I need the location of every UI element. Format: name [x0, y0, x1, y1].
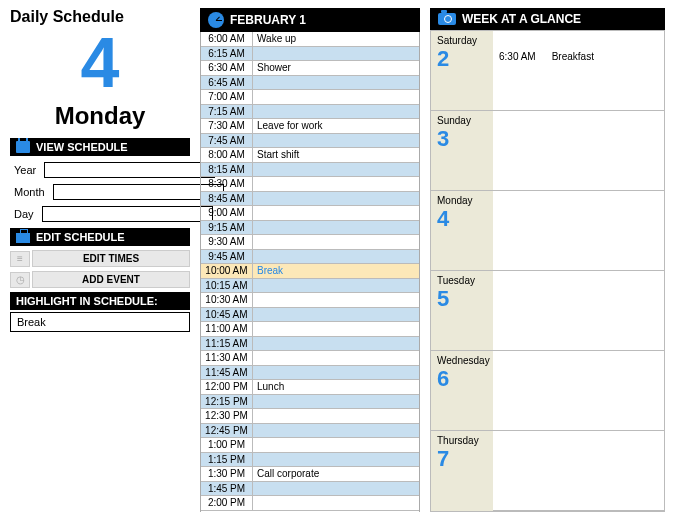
year-input[interactable] — [44, 162, 215, 178]
schedule-row[interactable]: 9:30 AM — [201, 235, 419, 250]
schedule-row[interactable]: 8:00 AMStart shift — [201, 148, 419, 163]
edit-times-button[interactable]: EDIT TIMES — [32, 250, 190, 267]
schedule-row[interactable]: 6:00 AMWake up — [201, 32, 419, 47]
week-day-number: 5 — [437, 286, 487, 312]
schedule-time: 11:15 AM — [201, 337, 253, 351]
schedule-time: 11:00 AM — [201, 322, 253, 336]
week-day-number: 7 — [437, 446, 487, 472]
schedule-row[interactable]: 12:15 PM — [201, 395, 419, 410]
schedule-row[interactable]: 11:00 AM — [201, 322, 419, 337]
highlight-label: HIGHLIGHT IN SCHEDULE: — [16, 295, 158, 307]
week-event-text: Breakfast — [552, 51, 594, 62]
highlight-value[interactable]: Break — [10, 312, 190, 332]
schedule-event — [253, 351, 419, 365]
schedule-row[interactable]: 10:30 AM — [201, 293, 419, 308]
toolbox-icon — [16, 233, 30, 243]
schedule-time: 11:45 AM — [201, 366, 253, 380]
schedule-event — [253, 453, 419, 467]
schedule-row[interactable]: 6:30 AMShower — [201, 61, 419, 76]
schedule-event — [253, 192, 419, 206]
schedule-row[interactable]: 1:45 PM — [201, 482, 419, 497]
schedule-row[interactable]: 9:00 AM — [201, 206, 419, 221]
week-day-cell[interactable]: Monday4 — [431, 191, 493, 271]
schedule-event — [253, 250, 419, 264]
schedule-time: 11:30 AM — [201, 351, 253, 365]
schedule-row[interactable]: 1:00 PM — [201, 438, 419, 453]
schedule-row[interactable]: 8:15 AM — [201, 163, 419, 178]
schedule-row[interactable]: 6:45 AM — [201, 76, 419, 91]
month-input[interactable] — [53, 184, 224, 200]
schedule-time: 1:45 PM — [201, 482, 253, 496]
schedule-row[interactable]: 12:45 PM — [201, 424, 419, 439]
week-event-cell — [493, 271, 664, 351]
week-day-cell[interactable]: Wednesday6 — [431, 351, 493, 431]
schedule-row[interactable]: 10:45 AM — [201, 308, 419, 323]
schedule-time: 7:30 AM — [201, 119, 253, 133]
week-header-label: WEEK AT A GLANCE — [462, 12, 581, 26]
week-header: WEEK AT A GLANCE — [430, 8, 665, 30]
schedule-event — [253, 496, 419, 510]
schedule-event — [253, 206, 419, 220]
schedule-event — [253, 279, 419, 293]
week-event-cell — [493, 431, 664, 511]
edit-schedule-label: EDIT SCHEDULE — [36, 231, 125, 243]
week-event-cell: 6:30 AMBreakfast — [493, 31, 664, 111]
schedule-event: Call corporate — [253, 467, 419, 481]
schedule-time: 1:00 PM — [201, 438, 253, 452]
schedule-time: 10:45 AM — [201, 308, 253, 322]
schedule-row[interactable]: 1:15 PM — [201, 453, 419, 468]
schedule-event — [253, 134, 419, 148]
day-input[interactable] — [42, 206, 213, 222]
schedule-time: 9:00 AM — [201, 206, 253, 220]
week-day-number: 4 — [437, 206, 487, 232]
schedule-time: 6:45 AM — [201, 76, 253, 90]
week-day-cell[interactable]: Sunday3 — [431, 111, 493, 191]
week-day-cell[interactable]: Tuesday5 — [431, 271, 493, 351]
schedule-row[interactable]: 1:30 PMCall corporate — [201, 467, 419, 482]
schedule-time: 7:00 AM — [201, 90, 253, 104]
schedule-header: FEBRUARY 1 — [200, 8, 420, 32]
schedule-event: Wake up — [253, 32, 419, 46]
schedule-row[interactable]: 10:15 AM — [201, 279, 419, 294]
schedule-row[interactable]: 12:00 PMLunch — [201, 380, 419, 395]
schedule-time: 7:45 AM — [201, 134, 253, 148]
schedule-row[interactable]: 7:30 AMLeave for work — [201, 119, 419, 134]
schedule-row[interactable]: 6:15 AM — [201, 47, 419, 62]
schedule-time: 7:15 AM — [201, 105, 253, 119]
schedule-event — [253, 337, 419, 351]
schedule-row[interactable]: 8:45 AM — [201, 192, 419, 207]
view-schedule-header: VIEW SCHEDULE — [10, 138, 190, 156]
camera-icon — [438, 13, 456, 25]
week-day-name: Wednesday — [437, 355, 487, 366]
schedule-row[interactable]: 2:00 PM — [201, 496, 419, 511]
schedule-time: 8:45 AM — [201, 192, 253, 206]
schedule-row[interactable]: 7:15 AM — [201, 105, 419, 120]
schedule-row[interactable]: 9:15 AM — [201, 221, 419, 236]
schedule-event — [253, 438, 419, 452]
schedule-event — [253, 308, 419, 322]
schedule-event: Leave for work — [253, 119, 419, 133]
schedule-row[interactable]: 11:15 AM — [201, 337, 419, 352]
schedule-row[interactable]: 7:00 AM — [201, 90, 419, 105]
schedule-event — [253, 76, 419, 90]
schedule-row[interactable]: 9:45 AM — [201, 250, 419, 265]
schedule-row[interactable]: 12:30 PM — [201, 409, 419, 424]
schedule-time: 10:00 AM — [201, 264, 253, 278]
week-day-name: Monday — [437, 195, 487, 206]
schedule-row[interactable]: 11:30 AM — [201, 351, 419, 366]
week-day-cell[interactable]: Thursday7 — [431, 431, 493, 511]
schedule-row[interactable]: 8:30 AM — [201, 177, 419, 192]
week-day-cell[interactable]: Saturday2 — [431, 31, 493, 111]
schedule-event — [253, 395, 419, 409]
schedule-row[interactable]: 10:00 AMBreak — [201, 264, 419, 279]
schedule-time: 9:15 AM — [201, 221, 253, 235]
day-name: Monday — [10, 102, 190, 130]
week-event-cell — [493, 351, 664, 431]
schedule-event — [253, 105, 419, 119]
schedule-row[interactable]: 7:45 AM — [201, 134, 419, 149]
schedule-event: Start shift — [253, 148, 419, 162]
schedule-row[interactable]: 11:45 AM — [201, 366, 419, 381]
add-event-button[interactable]: ADD EVENT — [32, 271, 190, 288]
view-schedule-label: VIEW SCHEDULE — [36, 141, 128, 153]
schedule-event — [253, 235, 419, 249]
